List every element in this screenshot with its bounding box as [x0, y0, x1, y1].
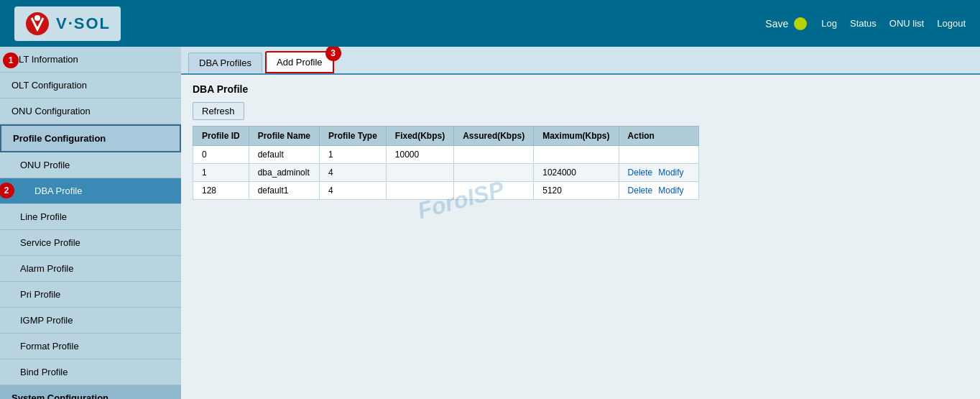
header-right: Save Log Status ONU list Logout: [765, 17, 966, 30]
cell-action: DeleteModify: [619, 182, 698, 200]
logout-link[interactable]: Logout: [937, 18, 966, 29]
header-nav: Log Status ONU list Logout: [821, 18, 966, 29]
cell-2: 4: [320, 164, 387, 182]
log-link[interactable]: Log: [821, 18, 837, 29]
col-maximum: Maximum(Kbps): [534, 127, 619, 146]
col-profile-name: Profile Name: [249, 127, 319, 146]
modify-link[interactable]: Modify: [658, 168, 683, 178]
cell-1: default: [249, 146, 319, 164]
table-row: 1dba_adminolt41024000DeleteModify: [193, 164, 699, 182]
sidebar-item-dba-profile[interactable]: 2 DBA Profile: [0, 178, 181, 204]
sidebar-item-olt-info[interactable]: OLT Information: [0, 47, 181, 73]
cell-0: 1: [193, 164, 249, 182]
cell-1: dba_adminolt: [249, 164, 319, 182]
badge-1: 1: [3, 52, 19, 68]
onu-list-link[interactable]: ONU list: [889, 18, 924, 29]
delete-link[interactable]: Delete: [628, 168, 653, 178]
save-label[interactable]: Save: [765, 18, 788, 29]
cell-0: 0: [193, 146, 249, 164]
save-area: Save: [765, 17, 807, 30]
content-area: DBA Profile Refresh Profile ID Profile N…: [181, 75, 980, 208]
page-title: DBA Profile: [193, 83, 969, 95]
dba-profile-table: Profile ID Profile Name Profile Type Fix…: [193, 126, 699, 200]
table-header-row: Profile ID Profile Name Profile Type Fix…: [193, 127, 699, 146]
col-profile-id: Profile ID: [193, 127, 249, 146]
col-fixed: Fixed(Kbps): [386, 127, 453, 146]
col-assured: Assured(Kbps): [454, 127, 534, 146]
main-content: DBA Profiles Add Profile 3 DBA Profile R…: [181, 47, 980, 399]
sidebar-item-bind-profile[interactable]: Bind Profile: [0, 359, 181, 385]
cell-1: default1: [249, 182, 319, 200]
cell-5: [534, 146, 619, 164]
sidebar-item-system-config[interactable]: System Configuration: [0, 385, 181, 399]
logo-text: V·SOL: [56, 14, 111, 33]
status-link[interactable]: Status: [850, 18, 877, 29]
table-row: 0default110000: [193, 146, 699, 164]
logo: V·SOL: [14, 6, 121, 41]
sidebar-item-line-profile[interactable]: Line Profile: [0, 204, 181, 230]
tab-add-profile-wrapper: Add Profile 3: [265, 51, 334, 73]
sidebar-item-onu-profile[interactable]: ONU Profile: [0, 152, 181, 178]
cell-3: [386, 182, 453, 200]
cell-3: [386, 164, 453, 182]
cell-5: 5120: [534, 182, 619, 200]
sidebar-item-igmp-profile[interactable]: IGMP Profile: [0, 308, 181, 334]
sidebar-item-olt-config[interactable]: OLT Configuration: [0, 73, 181, 98]
col-profile-type: Profile Type: [320, 127, 387, 146]
header: V·SOL Save Log Status ONU list Logout: [0, 0, 980, 47]
badge-2: 2: [0, 183, 14, 198]
tab-dba-profiles[interactable]: DBA Profiles: [188, 52, 262, 73]
table-row: 128default145120DeleteModify: [193, 182, 699, 200]
cell-4: [454, 164, 534, 182]
cell-action: [619, 146, 698, 164]
cell-3: 10000: [386, 146, 453, 164]
sidebar-item-profile-config[interactable]: Profile Configuration: [0, 124, 181, 152]
cell-2: 1: [320, 146, 387, 164]
sidebar-item-alarm-profile[interactable]: Alarm Profile: [0, 256, 181, 282]
sidebar: 1 OLT Information OLT Configuration ONU …: [0, 47, 181, 399]
sidebar-item-onu-config[interactable]: ONU Configuration: [0, 98, 181, 124]
sidebar-item-service-profile[interactable]: Service Profile: [0, 230, 181, 256]
col-action: Action: [619, 127, 698, 146]
cell-5: 1024000: [534, 164, 619, 182]
cell-4: [454, 146, 534, 164]
sidebar-item-pri-profile[interactable]: Pri Profile: [0, 282, 181, 308]
svg-point-1: [34, 15, 40, 21]
cell-2: 4: [320, 182, 387, 200]
logo-icon: [24, 11, 50, 37]
sidebar-item-format-profile[interactable]: Format Profile: [0, 334, 181, 359]
cell-action: DeleteModify: [619, 164, 698, 182]
delete-link[interactable]: Delete: [628, 185, 653, 196]
layout: 1 OLT Information OLT Configuration ONU …: [0, 47, 980, 399]
cell-0: 128: [193, 182, 249, 200]
status-dot: [794, 17, 807, 30]
refresh-button[interactable]: Refresh: [193, 102, 244, 120]
cell-4: [454, 182, 534, 200]
badge-3: 3: [325, 47, 341, 61]
modify-link[interactable]: Modify: [658, 185, 683, 196]
tab-bar: DBA Profiles Add Profile 3: [181, 47, 980, 75]
tab-add-profile[interactable]: Add Profile: [265, 51, 334, 73]
